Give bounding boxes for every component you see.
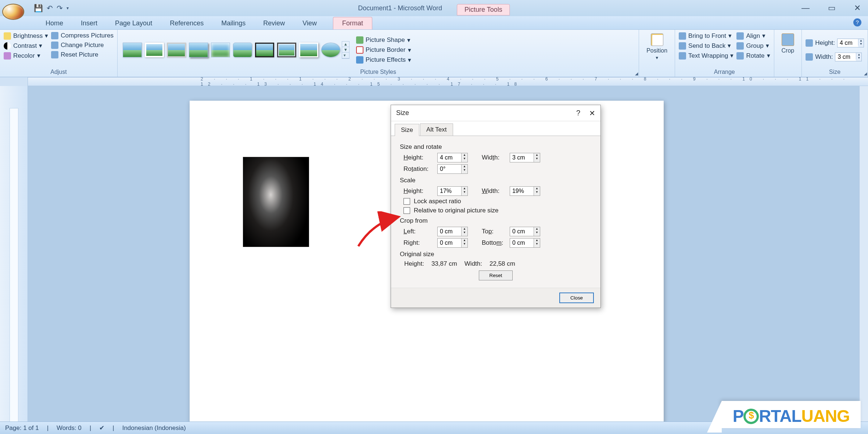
input-rotation[interactable] <box>438 165 461 173</box>
input-scale-height[interactable] <box>438 187 461 196</box>
spinner-icon[interactable]: ▲▼ <box>534 153 540 162</box>
text-wrapping-button[interactable]: Text Wrapping ▾ <box>679 52 734 60</box>
height-field[interactable]: Height: ▲▼ <box>806 39 864 47</box>
crop-button[interactable]: Crop <box>778 32 798 55</box>
status-page[interactable]: Page: 1 of 1 <box>5 424 39 432</box>
tab-page-layout[interactable]: Page Layout <box>106 17 161 29</box>
input-crop-top[interactable] <box>510 227 534 236</box>
input-crop-bottom[interactable] <box>510 238 534 247</box>
picture-style-thumb[interactable] <box>277 43 296 57</box>
ribbon-width-input[interactable] <box>835 53 856 61</box>
label-height: Height: <box>403 154 434 161</box>
tab-mailings[interactable]: Mailings <box>212 17 254 29</box>
horizontal-ruler[interactable]: 2 · · · 1 · · · 1 · · · 2 · · · 3 · · · … <box>0 77 868 86</box>
rotate-button[interactable]: Rotate ▾ <box>736 52 770 60</box>
picture-style-thumb[interactable] <box>123 43 142 57</box>
group-label-styles: Picture Styles <box>121 68 635 76</box>
picture-style-thumb[interactable] <box>321 43 340 57</box>
picture-style-thumb[interactable] <box>167 43 186 57</box>
dialog-help-button[interactable]: ? <box>576 109 580 118</box>
styles-dialog-launcher[interactable]: ◢ <box>635 71 638 76</box>
label-crop-right: Right: <box>403 239 434 247</box>
compress-pictures-button[interactable]: Compress Pictures <box>51 32 114 39</box>
tab-format[interactable]: Format <box>333 17 372 29</box>
spinner-icon[interactable]: ▲▼ <box>461 227 467 236</box>
tab-references[interactable]: References <box>161 17 212 29</box>
context-tab-label: Picture Tools <box>457 4 510 15</box>
width-field[interactable]: Width: ▲▼ <box>806 53 864 61</box>
bring-to-front-button[interactable]: Bring to Front ▾ <box>679 32 734 40</box>
status-words[interactable]: Words: 0 <box>57 424 82 432</box>
size-dialog-launcher[interactable]: ◢ <box>864 71 867 76</box>
qat-dropdown-icon[interactable]: ▾ <box>67 6 69 11</box>
checkbox-lock-aspect[interactable]: Lock aspect ratio <box>403 198 592 205</box>
recolor-icon <box>4 52 11 60</box>
picture-style-thumb[interactable] <box>211 43 230 57</box>
front-icon <box>679 32 686 40</box>
dialog-titlebar[interactable]: Size ? ✕ <box>391 105 600 121</box>
picture-effects-button[interactable]: Picture Effects ▾ <box>356 56 411 64</box>
close-button[interactable]: ✕ <box>854 3 861 13</box>
recolor-button[interactable]: Recolor ▾ <box>4 52 48 60</box>
spinner-icon[interactable]: ▲▼ <box>534 227 540 236</box>
office-button[interactable] <box>2 4 24 20</box>
style-gallery-scroll[interactable]: ▲▼▾ <box>342 41 349 59</box>
picture-style-thumb[interactable] <box>145 43 164 57</box>
dialog-close-button[interactable]: ✕ <box>589 109 595 118</box>
group-label-size: Size <box>806 68 864 76</box>
tab-insert[interactable]: Insert <box>72 17 106 29</box>
vertical-scrollbar[interactable] <box>859 86 868 428</box>
change-picture-button[interactable]: Change Picture <box>51 42 114 49</box>
input-scale-width[interactable] <box>510 187 534 196</box>
picture-border-button[interactable]: Picture Border ▾ <box>356 46 411 54</box>
save-icon[interactable]: 💾 <box>34 4 43 12</box>
picture-style-thumb[interactable] <box>255 43 274 57</box>
reset-button[interactable]: Reset <box>479 270 513 280</box>
dialog-tab-size[interactable]: Size <box>395 124 419 136</box>
brightness-button[interactable]: Brightness ▾ <box>4 32 48 40</box>
vertical-ruler[interactable] <box>0 86 28 428</box>
tab-view[interactable]: View <box>294 17 326 29</box>
picture-shape-button[interactable]: Picture Shape ▾ <box>356 36 411 44</box>
label-rotation: Rotation: <box>403 165 434 173</box>
dialog-tab-alt-text[interactable]: Alt Text <box>420 123 453 136</box>
minimize-button[interactable]: — <box>801 3 810 13</box>
group-label-adjust: Adjust <box>4 68 114 76</box>
tab-home[interactable]: Home <box>37 17 72 29</box>
spinner-icon[interactable]: ▲▼ <box>534 238 540 247</box>
input-crop-left[interactable] <box>438 227 461 236</box>
maximize-button[interactable]: ▭ <box>828 3 836 13</box>
input-height[interactable] <box>438 153 461 162</box>
rotate-icon <box>736 52 744 60</box>
group-size: Height: ▲▼ Width: ▲▼ Size ◢ <box>802 30 868 77</box>
spinner-icon[interactable]: ▲▼ <box>461 153 467 162</box>
position-button[interactable]: Position▼ <box>643 32 671 61</box>
picture-style-thumb[interactable] <box>189 43 208 57</box>
input-width[interactable] <box>510 153 534 162</box>
inserted-picture[interactable] <box>243 157 309 247</box>
redo-icon[interactable]: ↷ <box>57 4 63 12</box>
ribbon: Brightness ▾ Contrast ▾ Recolor ▾ Compre… <box>0 29 868 77</box>
help-icon[interactable]: ? <box>853 18 861 26</box>
tab-review[interactable]: Review <box>254 17 294 29</box>
proofing-icon[interactable]: ✔ <box>99 424 104 432</box>
picture-style-thumb[interactable] <box>233 43 252 57</box>
contrast-button[interactable]: Contrast ▾ <box>4 42 48 50</box>
group-button[interactable]: Group ▾ <box>736 42 770 50</box>
height-icon <box>806 39 813 47</box>
spinner-icon[interactable]: ▲▼ <box>534 187 540 196</box>
close-dialog-button[interactable]: Close <box>559 293 594 303</box>
spinner-icon[interactable]: ▲▼ <box>461 165 467 173</box>
undo-icon[interactable]: ↶ <box>47 4 53 12</box>
picture-style-thumb[interactable] <box>299 43 318 57</box>
spinner-icon[interactable]: ▲▼ <box>461 187 467 196</box>
input-crop-right[interactable] <box>438 238 461 247</box>
reset-picture-button[interactable]: Reset Picture <box>51 51 114 58</box>
spinner-icon[interactable]: ▲▼ <box>461 238 467 247</box>
label-width: Width: <box>482 154 506 161</box>
send-to-back-button[interactable]: Send to Back ▾ <box>679 42 734 50</box>
ribbon-height-input[interactable] <box>837 39 858 47</box>
align-button[interactable]: Align ▾ <box>736 32 770 40</box>
checkbox-relative[interactable]: Relative to original picture size <box>403 207 592 214</box>
status-language[interactable]: Indonesian (Indonesia) <box>122 424 186 432</box>
